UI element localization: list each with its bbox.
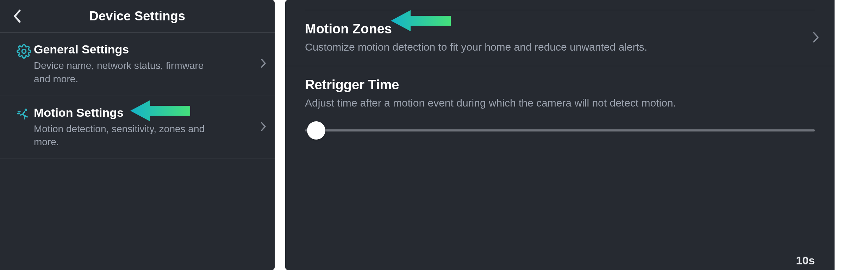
row-title: General Settings [34,43,256,56]
motion-settings-pane: Motion Zones Customize motion detection … [285,0,835,270]
chevron-right-icon [261,122,266,133]
row-motion-zones[interactable]: Motion Zones Customize motion detection … [285,10,835,66]
chevron-right-icon [813,32,819,44]
page-title: Device Settings [0,9,275,24]
svg-point-1 [25,108,27,111]
svg-point-0 [22,49,26,53]
running-icon [14,107,34,123]
row-subtitle: Device name, network status, firmware an… [34,59,217,86]
slider-track [305,129,815,131]
row-general-settings[interactable]: General Settings Device name, network st… [0,33,275,96]
retrigger-value: 10s [796,254,815,267]
device-settings-pane: Device Settings General Settings Device … [0,0,275,270]
chevron-right-icon [261,58,266,70]
row-motion-settings[interactable]: Motion Settings Motion detection, sensit… [0,96,275,159]
divider [305,0,815,10]
row-title: Motion Settings [34,106,256,120]
settings-list: Motion Zones Customize motion detection … [285,0,835,164]
row-subtitle: Motion detection, sensitivity, zones and… [34,122,217,149]
retrigger-slider[interactable] [305,121,815,140]
slider-thumb[interactable] [307,121,325,140]
row-subtitle: Adjust time after a motion event during … [305,96,770,110]
row-retrigger-time: Retrigger Time Adjust time after a motio… [285,66,835,165]
row-title: Motion Zones [305,21,815,37]
row-text: General Settings Device name, network st… [34,43,256,86]
row-subtitle: Customize motion detection to fit your h… [305,40,770,54]
row-text: Motion Settings Motion detection, sensit… [34,106,256,149]
chevron-left-icon [13,9,21,23]
gear-icon [14,44,34,59]
header-bar: Device Settings [0,0,275,33]
row-title: Retrigger Time [305,77,815,92]
back-button[interactable] [8,8,25,25]
